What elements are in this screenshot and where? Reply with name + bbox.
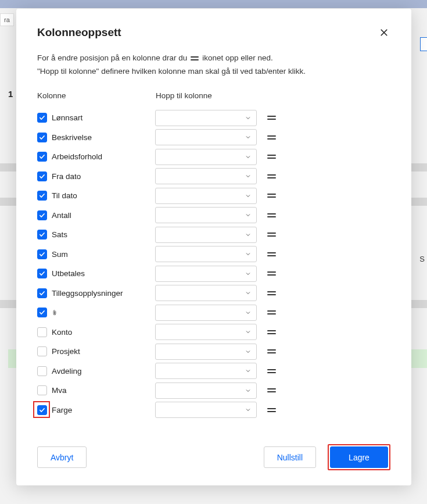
column-label: Beskrivelse (52, 133, 155, 142)
drag-handle[interactable] (267, 194, 276, 198)
column-checkbox[interactable] (37, 308, 47, 317)
bg-left-tag: ra (0, 13, 14, 26)
check-icon (39, 134, 45, 141)
column-settings-modal: Kolonneoppsett For å endre posisjon på e… (16, 9, 411, 485)
drag-handle[interactable] (267, 349, 276, 353)
cancel-button[interactable]: Avbryt (37, 446, 87, 468)
chevron-down-icon (245, 173, 252, 180)
save-button[interactable]: Lagre (330, 446, 388, 468)
column-label: Lønnsart (52, 113, 155, 122)
drag-handle[interactable] (267, 135, 276, 140)
drag-handle[interactable] (267, 388, 276, 392)
column-label: Sats (52, 230, 155, 239)
column-checkbox[interactable] (37, 405, 47, 415)
chevron-down-icon (245, 153, 252, 160)
column-row: Mva (37, 381, 390, 401)
bg-number: 1 (8, 89, 13, 99)
jump-to-column-select[interactable] (155, 110, 257, 126)
jump-to-column-select[interactable] (155, 305, 257, 321)
column-label: Arbeidsforhold (52, 152, 155, 161)
drag-handle[interactable] (267, 408, 276, 412)
column-row: Prosjekt (37, 342, 390, 362)
column-label: Antall (52, 211, 155, 220)
columns-header: Kolonne Hopp til kolonne (37, 91, 390, 100)
column-checkbox[interactable] (37, 171, 47, 181)
column-checkbox[interactable] (37, 288, 47, 298)
jump-to-column-select[interactable] (155, 363, 257, 379)
column-row: Beskrivelse (37, 127, 390, 147)
drag-handle[interactable] (267, 116, 276, 120)
column-row: Lønnsart (37, 108, 390, 128)
drag-handle[interactable] (267, 271, 276, 276)
bg-s: S (419, 255, 425, 263)
column-checkbox[interactable] (37, 346, 47, 356)
column-checkbox[interactable] (37, 133, 47, 142)
check-icon (39, 251, 45, 258)
check-icon (39, 192, 45, 199)
column-label: Fra dato (52, 172, 155, 181)
column-checkbox[interactable] (37, 385, 47, 395)
save-highlight: Lagre (328, 444, 390, 470)
jump-to-column-select[interactable] (155, 149, 257, 165)
column-checkbox[interactable] (37, 210, 47, 220)
column-checkbox[interactable] (37, 113, 47, 123)
check-icon (39, 115, 45, 121)
column-row (37, 303, 390, 323)
column-checkbox[interactable] (37, 269, 47, 278)
drag-icon (191, 56, 199, 60)
jump-to-column-select[interactable] (155, 246, 257, 262)
chevron-down-icon (245, 134, 252, 141)
reset-button[interactable]: Nullstill (264, 446, 316, 468)
column-rows: LønnsartBeskrivelseArbeidsforholdFra dat… (37, 108, 390, 431)
drag-handle[interactable] (267, 213, 276, 217)
drag-handle[interactable] (267, 369, 276, 373)
column-label (52, 308, 155, 317)
close-icon (379, 27, 389, 38)
drag-handle[interactable] (267, 252, 276, 256)
drag-handle[interactable] (267, 233, 276, 237)
drag-handle[interactable] (267, 291, 276, 295)
check-icon (39, 290, 45, 296)
jump-to-column-select[interactable] (155, 324, 257, 340)
column-label: Avdeling (52, 367, 155, 376)
jump-to-column-select[interactable] (155, 129, 257, 145)
check-icon (39, 270, 45, 277)
drag-handle[interactable] (267, 155, 276, 159)
column-row: Farge (37, 400, 390, 420)
close-button[interactable] (378, 26, 390, 39)
jump-to-column-select[interactable] (155, 266, 257, 282)
attachment-icon (52, 308, 58, 317)
column-row: Avdeling (37, 361, 390, 381)
column-row: Arbeidsforhold (37, 147, 390, 167)
drag-handle[interactable] (267, 330, 276, 334)
column-row: Til dato (37, 186, 390, 206)
column-checkbox[interactable] (37, 327, 47, 337)
jump-to-column-select[interactable] (155, 402, 257, 418)
drag-handle[interactable] (267, 174, 276, 178)
jump-to-column-select[interactable] (155, 188, 257, 204)
chevron-down-icon (245, 309, 252, 316)
header-hopp: Hopp til kolonne (156, 91, 390, 100)
jump-to-column-select[interactable] (155, 168, 257, 184)
column-row: Antall (37, 205, 390, 225)
check-icon (39, 173, 45, 180)
drag-handle[interactable] (267, 310, 276, 314)
column-label: Farge (52, 406, 155, 414)
jump-to-column-select[interactable] (155, 285, 257, 301)
column-row: Sats (37, 225, 390, 245)
modal-description: For å endre posisjon på en kolonne drar … (37, 52, 390, 78)
column-checkbox[interactable] (37, 366, 47, 376)
chevron-down-icon (245, 406, 252, 413)
chevron-down-icon (245, 328, 252, 335)
column-row: Utbetales (37, 264, 390, 284)
column-checkbox[interactable] (37, 152, 47, 162)
column-checkbox[interactable] (37, 191, 47, 201)
jump-to-column-select[interactable] (155, 344, 257, 360)
column-checkbox[interactable] (37, 230, 47, 240)
column-label: Mva (52, 386, 155, 395)
jump-to-column-select[interactable] (155, 207, 257, 223)
jump-to-column-select[interactable] (155, 383, 257, 399)
column-label: Konto (52, 328, 155, 337)
column-checkbox[interactable] (37, 249, 47, 259)
jump-to-column-select[interactable] (155, 227, 257, 243)
